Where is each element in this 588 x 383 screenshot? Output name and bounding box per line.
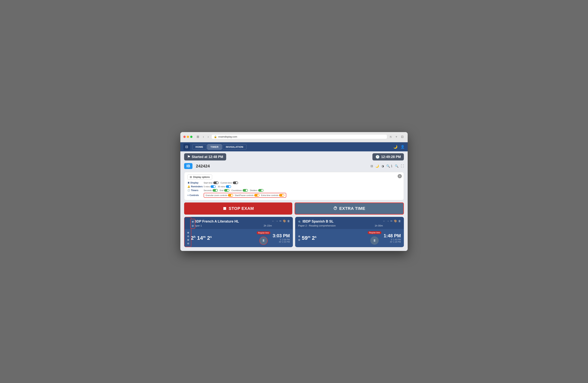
- card-1-timer: 2h 14m 2s: [191, 235, 257, 241]
- zoom-in-top-button[interactable]: ⊕: [191, 220, 194, 224]
- countdown-toggle[interactable]: [243, 189, 248, 192]
- card-1-zoom-in-1[interactable]: ⊕: [187, 231, 189, 234]
- nav-logo: ⊟: [183, 144, 190, 150]
- display-options-button[interactable]: ⊟ Display options: [187, 174, 212, 180]
- card-1-pause-wrapper: ⏸: [259, 236, 268, 245]
- dividers-toggle[interactable]: [258, 189, 264, 192]
- card-1-subtitle: Paper 1 2h 15m: [193, 224, 272, 227]
- granular-zoom-toggle-group: Granular zoom controls: [206, 194, 233, 197]
- extra-time-ctrl-toggle[interactable]: [279, 194, 284, 197]
- url-text: examdisplay.com: [218, 135, 237, 138]
- extra-time-button[interactable]: ⏱ EXTRA TIME: [294, 202, 404, 215]
- card-1-delete[interactable]: 🗑: [287, 219, 290, 223]
- 30mins-toggle[interactable]: [226, 185, 231, 188]
- back-button[interactable]: ‹: [202, 135, 205, 139]
- close-button[interactable]: [183, 136, 186, 138]
- card-1-header: IBDP French A Literature HL Paper 1 2h 1…: [184, 217, 293, 229]
- dark-toggle-icon[interactable]: 🌙: [375, 164, 379, 168]
- display-icon[interactable]: ⊟: [371, 164, 373, 168]
- maximize-button[interactable]: [190, 136, 192, 138]
- nav-timer-button[interactable]: TIMER: [207, 144, 222, 150]
- new-tab-button[interactable]: +: [394, 134, 398, 139]
- fullscreen-icon[interactable]: ⛶: [401, 164, 404, 168]
- display-controls: Start time Current time: [204, 181, 401, 184]
- zoom-out-top-button[interactable]: ⊖: [191, 224, 194, 228]
- card-2-prev[interactable]: ←: [383, 219, 385, 223]
- card-2-title-area: 🔍 IBDP Spanish B SL Paper 2 - Reading co…: [298, 219, 383, 227]
- card-2-zoom-out[interactable]: ⊖: [298, 238, 300, 241]
- 30mins-toggle-group: 30 mins: [218, 185, 231, 188]
- card-1-pause-button[interactable]: ⏸: [259, 236, 268, 245]
- card-1-timer-s: s: [210, 235, 212, 238]
- card-2-pause-button[interactable]: ⏸: [370, 236, 379, 245]
- exam-card-2: 🔍 IBDP Spanish B SL Paper 2 - Reading co…: [295, 217, 404, 247]
- card-2-delete[interactable]: 🗑: [398, 219, 401, 223]
- current-time-toggle-group: Current time: [221, 181, 238, 184]
- nav-home-button[interactable]: HOME: [192, 144, 207, 150]
- card-2-zoom-icon: 🔍: [298, 220, 301, 224]
- card-1-end-time: 3:03 PM: [273, 233, 290, 238]
- zoom-icon[interactable]: 🔍: [395, 164, 399, 168]
- card-2-duration: 1h 00m: [375, 224, 383, 227]
- browser-chrome: ⊞ ‹ › 🔒 examdisplay.com ⎋ + ⊡: [180, 132, 408, 142]
- timers-controls: Seconds End Countdown Dividers: [204, 189, 401, 192]
- start-pause-toggle[interactable]: [254, 194, 259, 197]
- dark-mode-icon[interactable]: 🌙: [393, 145, 398, 149]
- stop-exam-button[interactable]: ⏹ STOP EXAM: [184, 202, 292, 215]
- 5mins-toggle[interactable]: [210, 185, 216, 188]
- dividers-toggle-group: Dividers: [250, 189, 264, 192]
- current-time-badge: 🕐 12:49:28 PM: [372, 153, 404, 160]
- display-options-label: Display options: [193, 176, 210, 178]
- status-bar: ⚑ Started at 12:48 PM 🕐 12:49:28 PM: [180, 151, 408, 162]
- start-time-toggle[interactable]: [213, 181, 219, 184]
- card-1-prev[interactable]: ←: [272, 219, 274, 223]
- card-2-edit[interactable]: ✏: [390, 219, 393, 223]
- card-2-next[interactable]: →: [387, 219, 389, 223]
- card-2-header: 🔍 IBDP Spanish B SL Paper 2 - Reading co…: [295, 217, 404, 229]
- id-bar: IB 242424 ⊟ 🌙 ◑ 🔍 1 🔍 ⛶: [180, 162, 408, 171]
- top-zoom-annotation: ⊕ ⊖: [190, 219, 195, 229]
- started-text: Started at 12:48 PM: [192, 155, 223, 159]
- sidebar-toggle-button[interactable]: ⊞: [195, 134, 200, 139]
- nav-invigilation-button[interactable]: INVIGILATION: [223, 144, 247, 150]
- options-grid: 🖥 Display Start time Current time 🔔: [187, 181, 401, 198]
- card-1-zoom-out-1[interactable]: ⊖: [187, 235, 189, 238]
- address-bar[interactable]: 🔒 examdisplay.com: [211, 134, 387, 139]
- card-2-marker-30: 30' 1:18 PM: [384, 241, 401, 243]
- current-time-toggle[interactable]: [233, 181, 238, 184]
- panel-close-button[interactable]: ✕: [398, 174, 402, 178]
- exam-card-1: ⊕ ⊖ IBDP French A Literature HL Paper 1 …: [184, 217, 293, 247]
- card-1-status-badge: Regular time: [257, 231, 271, 234]
- card-2-palette[interactable]: 🎨: [394, 219, 397, 223]
- granular-zoom-toggle[interactable]: [228, 194, 233, 197]
- card-1-zoom-out-2[interactable]: ⊖: [187, 242, 189, 245]
- display-icon-label: 🖥: [187, 181, 190, 184]
- minimize-button[interactable]: [187, 136, 189, 138]
- card-1-zoom-in-2[interactable]: ⊕: [187, 238, 189, 241]
- seconds-toggle[interactable]: [212, 189, 218, 192]
- end-toggle[interactable]: [224, 189, 230, 192]
- card-1-next[interactable]: →: [276, 219, 278, 223]
- extra-time-icon: ⏱: [333, 206, 337, 211]
- dividers-label: Dividers: [250, 189, 257, 192]
- controls-label: ≡ Controls: [187, 193, 203, 198]
- card-2-timer-m: m: [308, 235, 310, 238]
- card-1-timer-area: 2h 14m 2s: [191, 235, 257, 241]
- controls-controls: Granular zoom controls Start/Pause contr…: [204, 193, 401, 198]
- user-icon[interactable]: 👤: [400, 145, 405, 149]
- reminders-label: 🔔 Reminders: [187, 185, 203, 188]
- zoom-level-icon[interactable]: 🔍 1: [386, 164, 393, 168]
- card-1-palette[interactable]: 🎨: [283, 219, 286, 223]
- tabs-button[interactable]: ⊡: [400, 134, 405, 139]
- share-button[interactable]: ⎋: [389, 134, 393, 139]
- toolbar-icons: ⊟ 🌙 ◑ 🔍 1 🔍 ⛶: [371, 164, 404, 168]
- clock-icon-label: 🕐: [187, 189, 190, 192]
- card-2-zoom-in[interactable]: ⊕: [298, 235, 300, 238]
- contrast-icon[interactable]: ◑: [381, 164, 384, 168]
- card-2-paper: Paper 2 - Reading comprehension: [298, 224, 336, 227]
- forward-button[interactable]: ›: [207, 135, 210, 139]
- current-time-label: Current time: [221, 182, 232, 184]
- card-1-timer-m: m: [203, 235, 206, 238]
- countdown-toggle-group: Countdown: [231, 189, 248, 192]
- card-1-edit[interactable]: ✏: [279, 219, 282, 223]
